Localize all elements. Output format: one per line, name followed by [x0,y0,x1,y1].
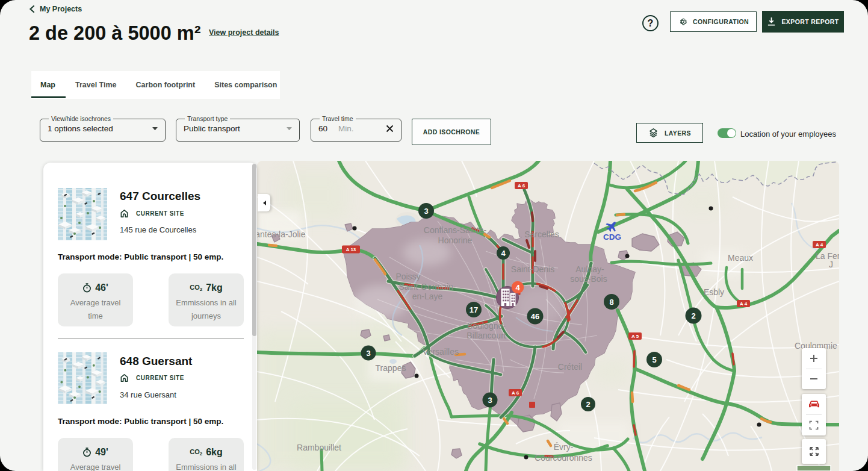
svg-text:Aulnay-: Aulnay- [575,264,604,274]
svg-text:8: 8 [609,298,613,307]
svg-text:Versailles: Versailles [423,347,459,357]
svg-text:Rambouillet: Rambouillet [297,443,341,452]
svg-text:A 4: A 4 [816,242,823,248]
svg-text:Billancourt: Billancourt [467,331,506,340]
svg-text:Courcouronnes: Courcouronnes [535,453,592,463]
svg-text:46: 46 [531,312,539,321]
svg-text:3: 3 [366,349,370,358]
svg-text:Sarcelles: Sarcelles [524,229,559,239]
svg-text:5: 5 [652,355,656,364]
svg-text:3: 3 [488,396,492,405]
svg-text:4: 4 [501,249,506,258]
svg-text:Conflans-Sainte-: Conflans-Sainte- [424,225,487,235]
svg-text:Saint-Germain-: Saint-Germain- [399,282,456,292]
svg-text:3: 3 [424,207,428,216]
svg-text:A 4: A 4 [740,301,748,307]
svg-text:Saint-Denis: Saint-Denis [511,264,554,274]
svg-text:Créteil: Créteil [558,362,582,372]
svg-text:Meaux: Meaux [728,253,753,263]
svg-text:en-Laye: en-Laye [412,292,443,301]
svg-text:A 5: A 5 [631,334,639,339]
svg-text:2: 2 [586,400,590,409]
svg-text:La Fert: La Fert [816,251,839,261]
svg-text:17: 17 [470,305,478,314]
svg-text:J: J [829,260,833,269]
svg-text:A 6: A 6 [518,183,525,189]
svg-text:A 13: A 13 [346,247,356,252]
svg-text:4: 4 [515,283,520,292]
svg-text:Esbly: Esbly [704,287,724,297]
svg-text:sous-Bois: sous-Bois [570,274,607,284]
svg-text:2: 2 [691,311,695,320]
svg-text:Mantes-la-Jolie: Mantes-la-Jolie [257,229,306,239]
svg-text:CDG: CDG [603,232,621,242]
svg-text:Poissy: Poissy [395,272,420,281]
svg-text:A 6: A 6 [512,390,519,396]
svg-text:Boulogne-: Boulogne- [467,321,506,331]
svg-text:Trappes: Trappes [376,363,406,373]
svg-text:Honorine: Honorine [438,236,473,245]
svg-text:Évry-: Évry- [554,442,574,452]
